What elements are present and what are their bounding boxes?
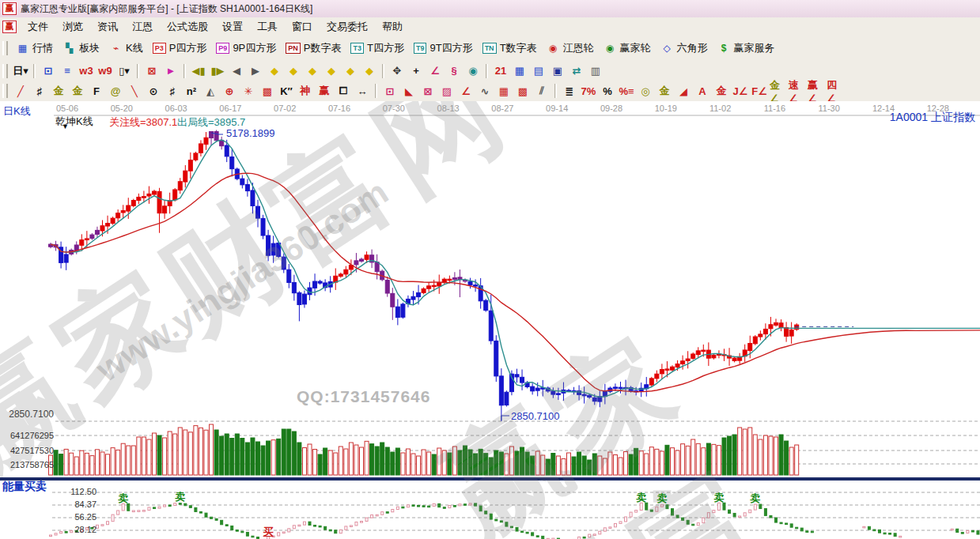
f-angle-tool[interactable]: F∠ [751,83,768,99]
toolbar-grip[interactable] [2,64,8,78]
calendar-icon[interactable]: 21 [492,63,509,79]
menu-item-8[interactable]: 交易委托 [320,18,375,36]
gann-diamond-grid[interactable]: ◆ [342,63,359,79]
last-bar-button[interactable]: ▮▶ [209,63,226,79]
gann-diamond-right[interactable]: ◆ [285,63,302,79]
box-select-tool[interactable]: ⊡ [381,83,399,99]
win-line-tool[interactable]: 赢 [316,83,333,99]
box-x2-tool[interactable]: ▨ [438,83,456,99]
toolbar-grip[interactable] [2,41,8,55]
tb-sectors[interactable]: ▚板块 [58,40,104,57]
fan-lines-tool[interactable]: ◣ [400,83,418,99]
tb-winner-wheel[interactable]: ◉赢家轮 [599,40,656,57]
tb-9t-square[interactable]: T99T四方形 [409,40,478,57]
fib-f-tool[interactable]: F [88,83,105,99]
menu-item-4[interactable]: 公式选股 [160,18,215,36]
gann-diamond-left[interactable]: ◆ [266,63,283,79]
gold-red-tool[interactable]: 金 [713,83,730,99]
notes-icon[interactable]: ▤ [530,63,547,79]
wave-9-icon[interactable]: w9 [96,63,114,79]
menu-item-7[interactable]: 窗口 [285,18,320,36]
info-list-icon[interactable]: ≡ [59,63,76,79]
grid-red-tool[interactable]: ▦ [495,83,513,99]
a-wave-tool[interactable]: A [694,83,711,99]
wave-3-icon[interactable]: w3 [78,63,95,79]
win-angle-tool[interactable]: 赢∠ [808,83,825,99]
pen2-tool[interactable]: ╲ [126,83,143,99]
god-line-tool[interactable]: 神 [297,83,314,99]
gold-split2-tool[interactable]: 金 [69,83,86,99]
tb-kline[interactable]: ⌁K线 [104,40,148,57]
period-day-dropdown[interactable]: 日▾ [12,63,29,79]
gann-diamond-cross[interactable]: ◆ [361,63,378,79]
gold-angle-tool[interactable]: 金∠ [770,83,787,99]
n-square-tool[interactable]: n² [183,83,200,99]
j-angle-tool[interactable]: J∠ [732,83,749,99]
width-arrows-tool[interactable]: ↔ [354,83,371,99]
chart-window-icon[interactable]: ⊡ [40,63,57,79]
slash-lines-tool[interactable]: ⫽ [533,83,551,99]
tb-t-table[interactable]: TNT数字表 [478,40,542,57]
menu-item-1[interactable]: 浏览 [55,18,90,36]
star-web-tool[interactable]: ✳ [240,83,257,99]
brush-tool[interactable]: ◢ [675,83,692,99]
tb-p-table[interactable]: PNP数字表 [281,40,346,57]
percent-red-tool[interactable]: 7% [580,83,597,99]
chart-region[interactable]: 赢家财富网 www.yingjia360.com 赢家财富网 QQ:173145… [0,101,980,539]
grid-red2-tool[interactable]: ▩ [514,83,532,99]
ruler-123-tool[interactable]: ⧠ [335,83,352,99]
gold-split-tool[interactable]: 金 [50,83,67,99]
tb-service[interactable]: $赢家服务 [713,40,780,57]
cycle-tool[interactable]: ◉ [464,63,482,79]
menu-item-0[interactable]: 文件 [21,18,55,36]
crosshair-tool[interactable]: + [407,63,425,79]
chart-canvas[interactable] [0,101,980,539]
tb-p-square[interactable]: P3P四方形 [148,40,212,57]
scale-tool[interactable]: ≣ [561,83,578,99]
tb-gann-wheel[interactable]: ◉江恩轮 [542,40,599,57]
tb-t-square[interactable]: T3T四方形 [346,40,408,57]
menu-item-2[interactable]: 资讯 [90,18,125,36]
export-icon[interactable]: ⇄ [568,63,585,79]
gann-pink-tool[interactable]: § [445,63,463,79]
next-bar-button[interactable]: ▶ [247,63,264,79]
grid-small-tool[interactable]: ♯ [164,83,181,99]
gann-diamond-expand[interactable]: ◆ [304,63,321,79]
pen-tool[interactable]: ╱ [12,83,29,99]
box-x-tool[interactable]: ⊠ [419,83,437,99]
hatch-lines-tool[interactable]: ♯ [31,83,48,99]
zigzag-tool[interactable]: ∿ [476,83,494,99]
calculator-icon[interactable]: ▦ [511,63,528,79]
gann-diamond-contract[interactable]: ◆ [323,63,340,79]
angle-measure-tool[interactable]: ∠ [426,63,444,79]
menu-item-6[interactable]: 工具 [250,18,285,36]
angle-a-tool[interactable]: ◭ [202,83,219,99]
hand-drag-tool[interactable]: ✥ [388,63,406,79]
tb-9p-square[interactable]: P99P四方形 [211,40,281,57]
circle-degree-tool[interactable]: ⊙ [145,83,162,99]
square-web-tool[interactable]: ▩ [259,83,276,99]
tb-market[interactable]: ▦行情 [11,40,58,57]
first-bar-button[interactable]: ◀▮ [190,63,207,79]
prev-bar-button[interactable]: ◀ [228,63,245,79]
spiral-tool[interactable]: @ [107,83,124,99]
menu-item-3[interactable]: 江恩 [125,18,160,36]
formula-edit-icon[interactable]: ⊠ [143,63,161,79]
color-flag-icon[interactable]: ► [162,63,180,79]
percent-tool[interactable]: % [599,83,616,99]
tb-hexagon[interactable]: ◇六角形 [656,40,713,57]
print-icon[interactable]: ▥ [587,63,604,79]
five-line-tool[interactable]: %≡ [618,83,635,99]
toolbar-grip[interactable] [2,84,8,98]
menu-item-9[interactable]: 帮助 [375,18,410,36]
save-icon[interactable]: ▣ [549,63,566,79]
menu-item-5[interactable]: 设置 [215,18,250,36]
four-angle-tool[interactable]: 四∠ [827,83,844,99]
gold-circle-tool[interactable]: ◎ [637,83,654,99]
k-prime-tool[interactable]: K″ [278,83,295,99]
arrow-angle-tool[interactable]: ∠ [457,83,475,99]
speed-line-tool[interactable]: 速∠ [789,83,806,99]
target-tool[interactable]: ⊕ [221,83,238,99]
gold-underline-tool[interactable]: 金 [656,83,673,99]
candle-style-dropdown[interactable]: ▯▾ [115,63,133,79]
